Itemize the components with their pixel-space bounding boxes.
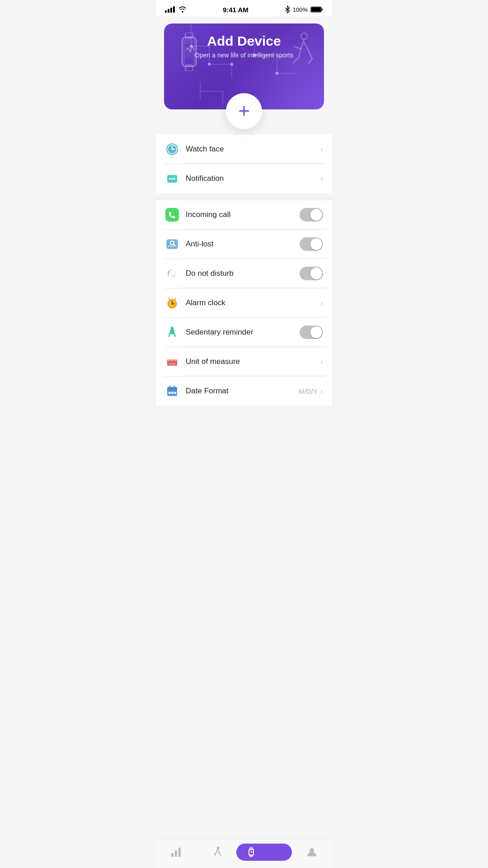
svg-point-43 — [174, 178, 175, 180]
alarm-clock-icon — [165, 296, 179, 310]
svg-line-54 — [175, 298, 176, 299]
alarm-clock-label: Alarm clock — [186, 298, 320, 307]
svg-rect-71 — [171, 392, 174, 394]
menu-item-notification[interactable]: Notification › — [156, 164, 332, 193]
menu-item-do-not-disturb[interactable]: Do not disturb — [156, 259, 332, 288]
wifi-icon — [178, 6, 187, 13]
notification-icon — [165, 171, 179, 186]
menu-section-1: Watch face › Notification › — [156, 135, 332, 193]
svg-point-39 — [172, 149, 173, 150]
svg-point-41 — [169, 178, 171, 180]
add-device-button[interactable]: + — [226, 93, 262, 129]
status-right: 100% — [285, 5, 323, 14]
date-format-value: M/D/Y — [299, 387, 318, 395]
do-not-disturb-toggle[interactable] — [300, 267, 323, 280]
svg-rect-44 — [165, 208, 179, 222]
date-format-icon — [165, 384, 179, 398]
incoming-call-toggle[interactable] — [300, 208, 323, 222]
menu-item-date-format[interactable]: Date Format M/D/Y › — [156, 377, 332, 406]
battery-icon — [310, 6, 323, 13]
svg-point-17 — [208, 63, 211, 66]
do-not-disturb-icon — [165, 266, 179, 281]
menu-item-sedentary-reminder[interactable]: Sedentary reminder — [156, 318, 332, 347]
menu-item-incoming-call[interactable]: Incoming call — [156, 200, 332, 229]
watch-face-icon — [165, 142, 179, 156]
sedentary-reminder-label: Sedentary reminder — [186, 328, 300, 337]
svg-rect-70 — [169, 392, 171, 394]
battery-percent: 100% — [293, 6, 308, 13]
menu-item-watch-face[interactable]: Watch face › — [156, 135, 332, 164]
unit-of-measure-icon — [165, 354, 179, 369]
svg-rect-64 — [169, 363, 176, 365]
svg-line-57 — [174, 334, 175, 336]
notification-chevron: › — [320, 174, 323, 184]
sedentary-reminder-icon — [165, 325, 179, 340]
signal-bars-icon — [165, 6, 175, 13]
anti-lost-icon — [165, 237, 179, 251]
svg-line-34 — [309, 59, 312, 63]
hero-title: Add Device — [173, 33, 315, 49]
status-time: 9:41 AM — [223, 6, 249, 14]
unit-of-measure-chevron: › — [320, 357, 323, 367]
svg-point-52 — [172, 303, 173, 305]
menu-item-unit-of-measure[interactable]: Unit of measure › — [156, 347, 332, 376]
svg-point-18 — [230, 63, 233, 66]
menu-item-anti-lost[interactable]: Anti-lost — [156, 230, 332, 259]
menu-section-2: Incoming call Anti-lost — [156, 200, 332, 406]
date-format-label: Date Format — [186, 387, 299, 396]
alarm-clock-chevron: › — [320, 298, 323, 308]
plus-icon: + — [238, 101, 250, 121]
anti-lost-toggle[interactable] — [300, 237, 323, 251]
date-format-chevron: › — [320, 387, 323, 396]
svg-line-53 — [169, 298, 169, 299]
bluetooth-icon — [285, 5, 290, 14]
do-not-disturb-label: Do not disturb — [186, 269, 300, 278]
svg-rect-3 — [311, 7, 321, 12]
watch-face-chevron: › — [320, 145, 323, 154]
watch-face-label: Watch face — [186, 145, 320, 154]
section-divider — [156, 197, 332, 200]
svg-rect-72 — [174, 392, 176, 394]
notification-label: Notification — [186, 174, 320, 183]
svg-rect-67 — [167, 389, 177, 391]
hero-subtitle: Open a new life of intelligent sports — [173, 52, 315, 59]
status-bar: 9:41 AM 100% — [156, 0, 332, 16]
sedentary-reminder-toggle[interactable] — [300, 326, 323, 339]
menu-item-alarm-clock[interactable]: Alarm clock › — [156, 288, 332, 317]
incoming-call-icon — [165, 208, 179, 222]
status-left — [165, 6, 187, 13]
svg-point-42 — [171, 178, 173, 180]
incoming-call-label: Incoming call — [186, 210, 300, 219]
unit-of-measure-label: Unit of measure — [186, 357, 320, 366]
add-button-wrap: + — [156, 93, 332, 129]
anti-lost-label: Anti-lost — [186, 240, 300, 249]
